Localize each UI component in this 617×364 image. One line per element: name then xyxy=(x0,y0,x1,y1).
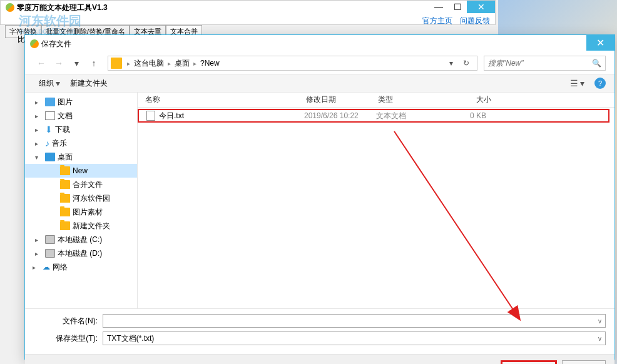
forward-button[interactable]: → xyxy=(51,56,66,71)
chevron-down-icon: v xyxy=(598,318,601,325)
tree-item-音乐[interactable]: ▸♪音乐 xyxy=(25,136,137,150)
file-row[interactable]: 今日.txt 2019/6/26 10:22 文本文档 0 KB xyxy=(138,109,609,123)
filetype-label: 保存类型(T): xyxy=(34,333,103,344)
search-icon[interactable]: 🔍 xyxy=(592,59,601,68)
breadcrumb[interactable]: ▸ 这台电脑 ▸ 桌面 ▸ ?New ▾ ↻ xyxy=(108,56,477,71)
tree-item-label: 河东软件园 xyxy=(73,193,110,204)
tree-item-label: 音乐 xyxy=(52,138,67,149)
tree-item-网络[interactable]: ▸☁网络 xyxy=(25,260,137,274)
search-input[interactable] xyxy=(488,59,592,68)
feedback-link[interactable]: 问题反馈 xyxy=(460,16,490,26)
tree-item-label: 图片素材 xyxy=(73,207,103,218)
close-button[interactable]: ✕ xyxy=(467,1,495,13)
parent-window-title: 零度万能文本处理工具V1.3 xyxy=(17,3,108,13)
toolbar: 组织 ▾ 新建文件夹 ☰ ▾ ? xyxy=(25,74,614,93)
folder-tree: ▸图片▸文档▸⬇下载▸♪音乐▾桌面New合并文件河东软件园图片素材新建文件夹▸本… xyxy=(25,93,138,308)
view-button[interactable]: ☰ ▾ xyxy=(565,76,589,91)
refresh-icon[interactable]: ↻ xyxy=(458,59,474,68)
file-name: 今日.txt xyxy=(159,111,184,121)
tree-item-图片素材[interactable]: 图片素材 xyxy=(25,205,137,219)
dialog-close-button[interactable]: ✕ xyxy=(586,35,614,51)
tree-item-图片[interactable]: ▸图片 xyxy=(25,95,137,109)
main-content: ▸图片▸文档▸⬇下载▸♪音乐▾桌面New合并文件河东软件园图片素材新建文件夹▸本… xyxy=(25,93,614,308)
tree-item-label: 本地磁盘 (C:) xyxy=(58,235,102,245)
tree-item-label: 本地磁盘 (D:) xyxy=(58,248,102,259)
chevron-right-icon: ▸ xyxy=(125,60,133,67)
tree-item-本地磁盘 (C:)[interactable]: ▸本地磁盘 (C:) xyxy=(25,233,137,246)
expand-icon: ▸ xyxy=(35,140,43,147)
expand-icon: ▸ xyxy=(35,236,43,243)
tree-item-New[interactable]: New xyxy=(25,164,137,178)
minimize-button[interactable]: — xyxy=(429,1,448,13)
tree-item-新建文件夹[interactable]: 新建文件夹 xyxy=(25,219,137,233)
text-file-icon xyxy=(146,111,155,121)
help-icon[interactable]: ? xyxy=(594,78,606,89)
tree-item-label: 新建文件夹 xyxy=(73,221,110,231)
chevron-right-icon: ▸ xyxy=(191,60,199,67)
file-list: 名称 修改日期 类型 大小 今日.txt 2019/6/26 10:22 文本文… xyxy=(138,93,614,308)
breadcrumb-desktop[interactable]: 桌面 xyxy=(173,58,191,69)
file-list-header: 名称 修改日期 类型 大小 xyxy=(138,93,614,108)
expand-icon: ▸ xyxy=(35,126,43,133)
cancel-button[interactable]: 取消 xyxy=(562,360,606,365)
expand-icon: ▸ xyxy=(33,264,40,271)
app-logo-icon xyxy=(6,3,14,12)
view-icon: ☰ xyxy=(570,78,578,88)
tree-item-label: 合并文件 xyxy=(73,179,103,190)
save-dialog: 保存文件 ✕ ← → ▾ ↑ ▸ 这台电脑 ▸ 桌面 ▸ ?New ▾ ↻ 🔍 … xyxy=(24,34,615,360)
col-date[interactable]: 修改日期 xyxy=(298,94,370,105)
button-bar: ⌃ 隐藏文件夹 保存(S) 取消 xyxy=(25,354,614,364)
filename-label: 文件名(N): xyxy=(34,316,103,326)
tree-item-label: 图片 xyxy=(58,97,73,108)
breadcrumb-current[interactable]: ?New xyxy=(199,59,221,68)
file-type: 文本文档 xyxy=(369,111,441,121)
search-box[interactable]: 🔍 xyxy=(484,56,606,71)
tree-item-label: New xyxy=(73,166,88,175)
dropdown-icon[interactable]: ▾ xyxy=(444,59,458,68)
folder-icon xyxy=(111,58,122,69)
save-button[interactable]: 保存(S) xyxy=(501,360,557,365)
chevron-down-icon: ▾ xyxy=(580,78,584,88)
tree-item-label: 文档 xyxy=(58,111,73,121)
new-folder-button[interactable]: 新建文件夹 xyxy=(65,76,113,91)
expand-icon: ▸ xyxy=(35,99,43,106)
filetype-select[interactable]: TXT文档(*.txt) v xyxy=(103,331,606,345)
address-bar: ← → ▾ ↑ ▸ 这台电脑 ▸ 桌面 ▸ ?New ▾ ↻ 🔍 xyxy=(25,53,614,74)
up-folder-button[interactable]: ↑ xyxy=(86,56,101,71)
dialog-icon xyxy=(30,39,39,48)
filename-input[interactable]: v xyxy=(103,314,606,328)
tree-item-label: 下载 xyxy=(55,124,70,135)
tree-item-label: 桌面 xyxy=(58,152,73,163)
maximize-button[interactable]: ☐ xyxy=(448,1,467,13)
file-date: 2019/6/26 10:22 xyxy=(297,111,369,120)
organize-label: 组织 xyxy=(39,78,54,89)
tree-item-合并文件[interactable]: 合并文件 xyxy=(25,178,137,191)
expand-icon: ▾ xyxy=(35,154,43,161)
chevron-down-icon: ▾ xyxy=(56,78,60,88)
new-folder-label: 新建文件夹 xyxy=(70,78,108,89)
col-type[interactable]: 类型 xyxy=(370,94,442,105)
chevron-right-icon: ▸ xyxy=(165,60,173,67)
official-link[interactable]: 官方主页 xyxy=(422,16,452,26)
file-size: 0 KB xyxy=(441,111,494,120)
col-size[interactable]: 大小 xyxy=(442,94,499,105)
expand-icon: ▸ xyxy=(35,250,43,257)
breadcrumb-root[interactable]: 这台电脑 xyxy=(133,58,165,69)
filetype-value: TXT文档(*.txt) xyxy=(107,333,154,344)
chevron-down-icon: v xyxy=(598,335,601,342)
dialog-title: 保存文件 xyxy=(41,39,71,49)
col-name[interactable]: 名称 xyxy=(138,94,298,105)
tree-item-河东软件园[interactable]: 河东软件园 xyxy=(25,191,137,205)
up-button[interactable]: ▾ xyxy=(69,56,84,71)
tree-item-label: 网络 xyxy=(53,262,68,273)
expand-icon: ▸ xyxy=(35,113,43,119)
organize-button[interactable]: 组织 ▾ xyxy=(34,76,65,91)
bottom-panel: 文件名(N): v 保存类型(T): TXT文档(*.txt) v xyxy=(25,308,614,354)
tree-item-下载[interactable]: ▸⬇下载 xyxy=(25,123,137,136)
tree-item-桌面[interactable]: ▾桌面 xyxy=(25,150,137,164)
dialog-titlebar: 保存文件 xyxy=(25,35,614,53)
back-button[interactable]: ← xyxy=(34,56,49,71)
tree-item-文档[interactable]: ▸文档 xyxy=(25,109,137,123)
tree-item-本地磁盘 (D:)[interactable]: ▸本地磁盘 (D:) xyxy=(25,246,137,260)
